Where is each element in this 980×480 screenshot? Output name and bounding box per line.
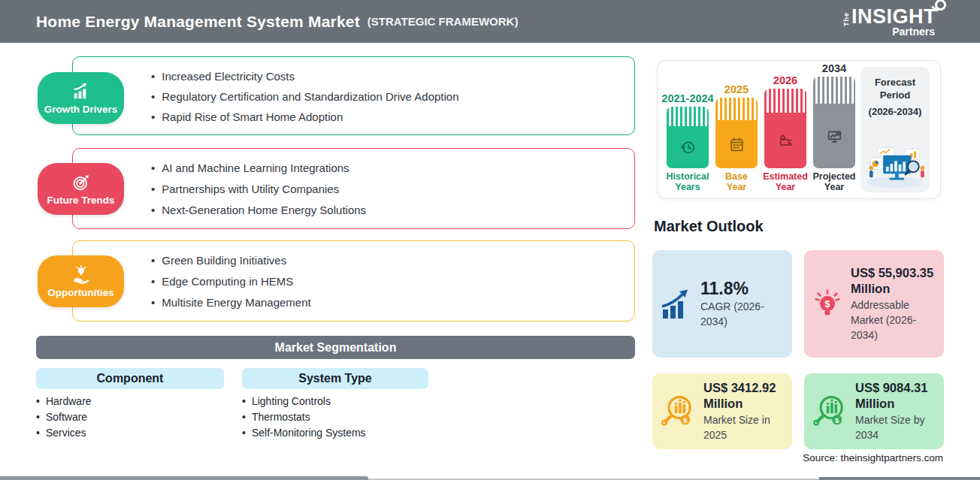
bar-year: 2026 [773, 74, 797, 86]
card-caption: CAGR (2026-2034) [700, 299, 785, 329]
list-item: Multisite Energy Management [151, 292, 619, 313]
next-slide-edge-right [819, 477, 980, 480]
card-value: 11.8% [700, 279, 785, 298]
bar-striped-cap [667, 107, 709, 126]
svg-text:$: $ [835, 416, 839, 424]
logo-the-text: The [842, 12, 850, 26]
bar-label: Estimated Year [763, 171, 808, 194]
hand-bulb-icon [71, 264, 92, 285]
bar-chart-growth-icon [71, 81, 92, 102]
svg-text:$: $ [825, 298, 830, 309]
bar-shape [764, 89, 806, 168]
timeline-bars: 2021-2024 Historical Years 2025 [667, 65, 855, 194]
market-size-2034-card: $ US$ 9084.31 Million Market Size by 203… [804, 373, 944, 449]
future-trends-list: AI and Machine Learning Integrations Par… [151, 158, 619, 221]
list-item: Increased Electricity Costs [151, 66, 619, 86]
cagr-card: 11.8% CAGR (2026-2034) [652, 250, 792, 358]
future-trends-badge: Future Trends [38, 163, 124, 215]
analytics-illustration [864, 140, 927, 189]
segment-systemtype-header: System Type [242, 368, 428, 389]
timeline-bar-historical: 2021-2024 Historical Years [667, 92, 709, 194]
magnifier-chart-icon: $ [658, 392, 697, 431]
list-item: Services [36, 425, 92, 441]
list-item: Self-Monitoring Systems [242, 425, 366, 441]
card-value: US$ 55,903.35 Million [851, 265, 936, 297]
source-attribution: Source: theinsightpartners.com [803, 452, 943, 463]
component-items-list: Hardware Software Services [36, 394, 92, 441]
segmentation-title: Market Segmentation [275, 341, 397, 355]
addressable-market-card: $ US$ 55,903.35 Million Addressable Mark… [804, 250, 944, 358]
forecast-title: Forecast Period [861, 76, 930, 101]
badge-label: Opportunities [47, 287, 114, 298]
growth-drivers-list: Increased Electricity Costs Regulatory C… [151, 66, 619, 127]
bar-label: Projected Year [813, 171, 856, 194]
list-item: AI and Machine Learning Integrations [151, 158, 619, 179]
list-item: Green Building Initiatives [151, 250, 619, 271]
market-size-2025-card: $ US$ 3412.92 Million Market Size in 202… [652, 373, 792, 449]
magnifier-icon [935, 0, 946, 11]
bar-label: Historical Years [667, 171, 709, 194]
forecast-period-panel: Forecast Period (2026-2034) [861, 67, 930, 192]
dollar-bulb-icon: $ [810, 286, 845, 322]
calendar-icon [727, 134, 747, 155]
card-value: US$ 3412.92 Million [703, 380, 785, 412]
next-slide-edge-left [0, 476, 368, 480]
bar-label: Base Year [715, 171, 758, 194]
page-subtitle: (STRATEGIC FRAMEWORK) [368, 15, 519, 28]
timeline-bar-estimated: 2026 Estimated Year [764, 74, 806, 194]
card-caption: Market Size in 2025 [703, 412, 785, 442]
list-item: Next-Generation Home Energy Solutions [151, 200, 619, 221]
list-item: Software [36, 409, 92, 425]
projection-screen-icon [824, 126, 845, 146]
future-trends-box: AI and Machine Learning Integrations Par… [72, 148, 635, 229]
card-value: US$ 9084.31 Million [855, 380, 936, 412]
segment-component-header: Component [36, 368, 224, 389]
bar-year: 2034 [822, 62, 846, 74]
page-title: Home Energy Management System Market [36, 13, 360, 31]
list-item: Rapid Rise of Smart Home Adoption [151, 107, 619, 127]
insight-partners-logo: The INSIGHT Partners [842, 6, 936, 38]
list-item: Edge Computing in HEMS [151, 271, 619, 292]
bar-year: 2021-2024 [661, 92, 713, 104]
bar-striped-cap [764, 89, 806, 113]
growth-chart-icon [658, 286, 694, 322]
opportunities-box: Green Building Initiatives Edge Computin… [72, 240, 635, 322]
history-clock-icon [678, 137, 698, 158]
bar-shape [715, 98, 758, 168]
header-bar: Home Energy Management System Market (ST… [0, 0, 980, 43]
forecast-range: (2026-2034) [861, 106, 930, 117]
bar-shape [813, 77, 855, 168]
growth-drivers-box: Increased Electricity Costs Regulatory C… [72, 56, 635, 135]
segment-label: Component [97, 372, 164, 385]
growth-drivers-badge: Growth Drivers [38, 72, 124, 124]
target-dart-icon [71, 172, 92, 193]
opportunities-list: Green Building Initiatives Edge Computin… [151, 250, 619, 313]
badge-label: Growth Drivers [44, 104, 118, 115]
market-segmentation-header: Market Segmentation [36, 336, 635, 359]
segment-label: System Type [298, 372, 372, 385]
card-caption: Market Size by 2034 [855, 412, 936, 442]
bar-year: 2025 [724, 83, 749, 95]
market-outlook-title: Market Outlook [654, 218, 764, 235]
logo-insight-text: INSIGHT [851, 6, 936, 27]
svg-text:$: $ [683, 416, 688, 424]
list-item: Lighting Controls [242, 394, 366, 409]
timeline-bar-projected: 2034 Projected Year [813, 62, 855, 194]
magnifier-chart-icon: $ [810, 392, 849, 431]
opportunities-badge: Opportunities [38, 255, 124, 307]
forecast-timeline-card: 2021-2024 Historical Years 2025 [657, 60, 941, 199]
list-item: Hardware [36, 394, 92, 409]
systemtype-items-list: Lighting Controls Thermostats Self-Monit… [242, 394, 366, 441]
bar-shape [667, 107, 709, 168]
card-caption: Addressable Market (2026-2034) [851, 297, 936, 343]
list-item: Partnerships with Utility Companies [151, 179, 619, 200]
badge-label: Future Trends [47, 195, 114, 206]
bar-striped-cap [813, 77, 855, 104]
timeline-bar-base: 2025 Base Year [715, 83, 758, 194]
automation-gear-icon [776, 131, 796, 151]
bar-striped-cap [715, 98, 758, 120]
list-item: Thermostats [242, 409, 366, 425]
list-item: Regulatory Certification and Standardiza… [151, 86, 619, 107]
